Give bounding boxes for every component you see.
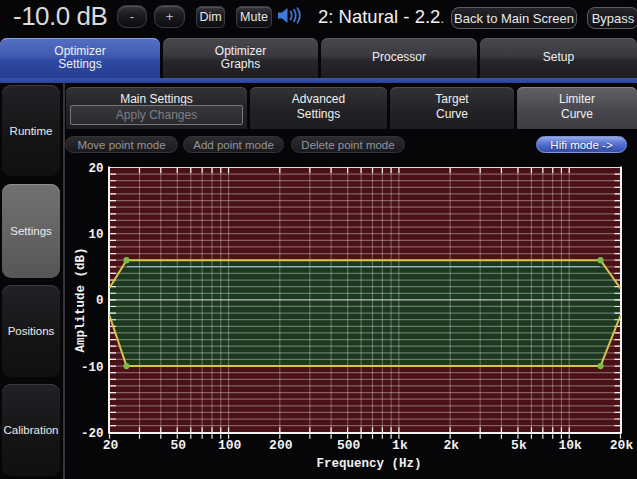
svg-text:1k: 1k xyxy=(392,438,408,453)
svg-text:10: 10 xyxy=(88,228,103,242)
svg-text:200: 200 xyxy=(269,438,293,453)
svg-text:-20: -20 xyxy=(81,427,104,441)
svg-text:2k: 2k xyxy=(443,438,459,453)
svg-text:10k: 10k xyxy=(558,438,582,453)
svg-text:20: 20 xyxy=(88,162,103,176)
svg-text:0: 0 xyxy=(96,294,104,308)
svg-text:500: 500 xyxy=(337,438,361,453)
svg-text:50: 50 xyxy=(170,438,186,453)
svg-text:5k: 5k xyxy=(511,438,527,453)
svg-text:-10: -10 xyxy=(81,361,104,375)
svg-text:100: 100 xyxy=(218,438,242,453)
svg-text:20: 20 xyxy=(103,438,119,453)
svg-text:20k: 20k xyxy=(610,438,634,453)
svg-text:Amplitude (dB): Amplitude (dB) xyxy=(74,247,88,352)
svg-text:Frequency (Hz): Frequency (Hz) xyxy=(316,457,421,471)
